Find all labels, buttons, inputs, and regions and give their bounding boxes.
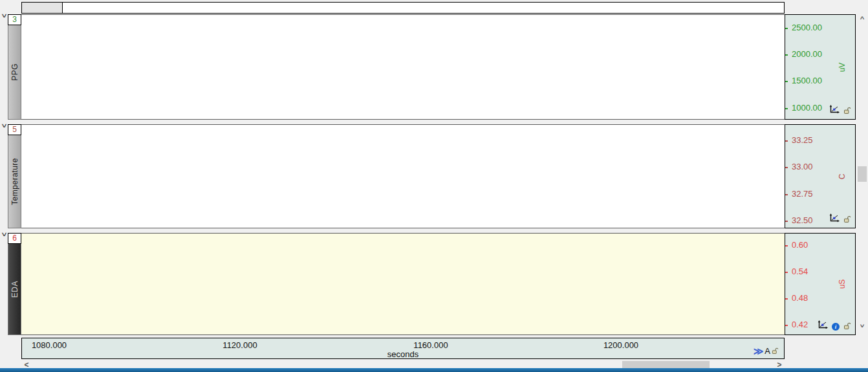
channel-label: PPG — [10, 63, 19, 81]
eda-waveform — [21, 234, 785, 334]
scale-tick-mark — [785, 140, 788, 142]
autoscale-axis-icon[interactable] — [829, 105, 840, 117]
unit-label-us: uS — [836, 279, 848, 289]
scale-tick-label: 32.75 — [792, 189, 813, 199]
x-axis-title: seconds — [22, 349, 784, 359]
channel-tab-temperature[interactable]: Temperature — [8, 135, 21, 228]
autoscale-all-letter[interactable]: A — [765, 347, 770, 355]
time-tick-label: 1200.000 — [603, 340, 638, 350]
scale-tick-label: 0.48 — [792, 293, 808, 303]
marker-bar-events-area[interactable] — [63, 3, 784, 13]
scale-tick-label: 2500.00 — [792, 23, 822, 32]
ppg-plot-area[interactable] — [21, 14, 785, 120]
channel-tab-ppg[interactable]: PPG — [8, 25, 21, 120]
channel-label: Temperature — [10, 158, 19, 205]
unit-label-c: C — [836, 173, 848, 179]
scale-tick-mark — [785, 221, 788, 222]
lock-open-icon[interactable] — [843, 214, 851, 226]
time-axis[interactable]: 1080.000 1120.000 1160.000 1200.000 seco… — [21, 338, 785, 359]
marker-bar[interactable] — [21, 2, 785, 14]
time-tick-label: 1120.000 — [222, 340, 257, 350]
autoscale-axis-icon[interactable] — [829, 213, 840, 226]
channel-tab-eda[interactable]: EDA — [8, 244, 21, 335]
time-tick-label: 1080.000 — [32, 340, 67, 350]
channel-number-eda[interactable]: 6 — [8, 233, 21, 244]
scale-tick-label: 0.60 — [792, 240, 808, 250]
scale-tick-label: 0.54 — [792, 267, 808, 276]
window-bottom-accent-bar — [0, 368, 868, 372]
scale-tick-mark — [785, 272, 788, 273]
scale-tick-label: 1500.00 — [792, 76, 822, 85]
scale-tick-label: 2000.00 — [792, 49, 822, 59]
scroll-down-icon[interactable]: ∨ — [856, 322, 868, 331]
channel-number-text: 5 — [12, 125, 17, 134]
scale-tick-label: 33.25 — [792, 135, 813, 145]
scale-tick-mark — [785, 28, 788, 29]
vertical-scrollbar-thumb[interactable] — [858, 166, 867, 182]
temperature-waveform — [21, 125, 785, 228]
vertical-scrollbar[interactable]: ∧ ∨ — [857, 13, 867, 331]
channel-number-text: 3 — [12, 15, 17, 24]
ppg-waveform — [21, 15, 785, 119]
scale-tick-label: 32.50 — [792, 215, 813, 225]
lock-open-icon[interactable] — [843, 105, 851, 117]
scale-tick-mark — [785, 325, 788, 326]
scale-panel-ppg[interactable]: 2500.00 2000.00 1500.00 1000.00 uV — [785, 14, 856, 120]
scale-tick-label: 33.00 — [792, 162, 813, 171]
scale-tick-mark — [785, 81, 788, 82]
info-icon[interactable]: i — [832, 323, 840, 331]
scale-panel-temperature[interactable]: 33.25 33.00 32.75 32.50 C — [785, 124, 856, 228]
scroll-up-icon[interactable]: ∧ — [856, 14, 868, 23]
lock-open-icon[interactable] — [843, 321, 851, 333]
autoscale-all-chevrons-icon[interactable]: ≫ — [754, 347, 764, 355]
scale-tick-mark — [785, 108, 788, 109]
eda-plot-area[interactable] — [21, 233, 785, 335]
scale-tick-label: 1000.00 — [792, 103, 822, 113]
scale-tick-mark — [785, 194, 788, 195]
scale-panel-eda[interactable]: 0.60 0.54 0.48 0.42 uS i — [785, 233, 856, 335]
time-tick-label: 1160.000 — [413, 340, 448, 350]
acq-window: ∨ ∨ ∨ 3 PPG 2500.00 2000.00 1500.00 1000… — [0, 0, 868, 372]
temperature-plot-area[interactable] — [21, 124, 785, 228]
channel-number-temperature[interactable]: 5 — [8, 124, 21, 135]
unit-label-uv: uV — [836, 62, 848, 72]
scale-tick-mark — [785, 298, 788, 300]
scale-tick-mark — [785, 245, 788, 246]
scale-tick-mark — [785, 167, 788, 168]
lock-open-icon[interactable] — [772, 345, 779, 357]
channel-label: EDA — [10, 281, 19, 298]
channel-number-ppg[interactable]: 3 — [8, 14, 21, 25]
channel-number-text: 6 — [12, 234, 17, 243]
scale-tick-mark — [785, 54, 788, 56]
scale-tick-label: 0.42 — [792, 320, 808, 329]
autoscale-axis-icon[interactable] — [817, 320, 828, 333]
marker-bar-header[interactable] — [22, 3, 63, 13]
